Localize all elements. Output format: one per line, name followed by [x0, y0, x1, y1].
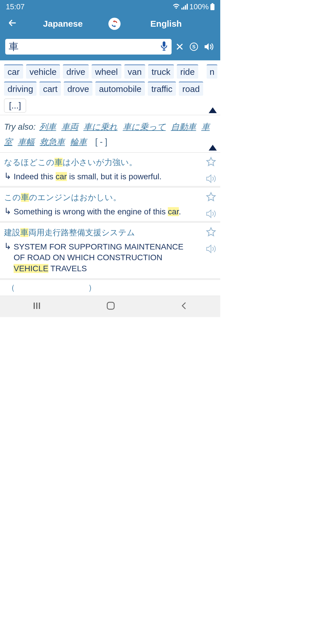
example-english: Indeed this car is small, but it is powe… [14, 171, 216, 182]
target-language[interactable]: English [121, 19, 212, 29]
wifi-icon [173, 4, 180, 10]
svg-text:S: S [192, 44, 195, 50]
collapse-icon[interactable] [209, 107, 217, 113]
status-bar: 15:07 100% [0, 0, 220, 13]
speaker-icon[interactable] [204, 42, 213, 51]
android-navbar [0, 296, 220, 317]
try-also-collapse[interactable]: [ - ] [93, 137, 107, 146]
svg-rect-4 [212, 3, 213, 4]
translation-chip[interactable]: ride [177, 64, 198, 79]
example-row-partial: （ ） [0, 280, 220, 296]
svg-rect-10 [36, 303, 37, 309]
clear-button[interactable] [176, 43, 184, 51]
more-chip[interactable]: [...] [4, 99, 26, 113]
speaker-icon[interactable] [206, 244, 216, 255]
try-also-section: Try also: 列車車両車に乗れ車に乗って自動車車室車幅救急車輪車 [ - … [0, 115, 220, 153]
example-row: なるほどこの車は小さいが力強い。↳Indeed this car is smal… [0, 153, 220, 188]
back-nav-button[interactable] [181, 302, 188, 311]
try-also-link[interactable]: 列車 [39, 122, 56, 131]
try-also-link[interactable]: 車両 [61, 122, 78, 131]
recent-apps-button[interactable] [33, 302, 41, 311]
translation-chip[interactable]: truck [148, 64, 174, 79]
translation-chip[interactable]: road [179, 82, 203, 96]
translation-chip[interactable]: cart [39, 82, 61, 96]
status-battery: 100% [190, 2, 209, 11]
try-also-link[interactable]: 救急車 [40, 137, 65, 146]
s-badge-icon[interactable]: S [190, 42, 198, 51]
signal-icon [181, 4, 188, 10]
try-also-link[interactable]: 自動車 [171, 122, 196, 131]
translation-chip[interactable]: vehicle [26, 64, 60, 79]
star-icon[interactable] [206, 157, 216, 168]
status-right: 100% [173, 2, 215, 11]
svg-rect-1 [183, 7, 184, 10]
example-japanese: この車のエンジンはおかしい。 [4, 192, 216, 203]
arrow-icon: ↳ [4, 241, 11, 251]
try-also-label: Try also: [4, 122, 36, 131]
speaker-icon[interactable] [206, 174, 216, 184]
microphone-icon[interactable] [160, 41, 168, 53]
example-english: Something is wrong with the engine of th… [14, 206, 216, 217]
try-also-link[interactable]: 車に乗れ [83, 122, 118, 131]
try-also-link[interactable]: 車に乗って [123, 122, 166, 131]
home-button[interactable] [106, 301, 115, 311]
try-also-link[interactable]: 輪車 [70, 137, 87, 146]
svg-rect-6 [163, 41, 165, 47]
translation-chip[interactable]: drive [63, 64, 89, 79]
search-box[interactable] [5, 39, 172, 55]
translation-chip[interactable]: automobile [95, 82, 145, 96]
collapse-icon[interactable] [209, 145, 217, 151]
search-input[interactable] [9, 41, 160, 53]
example-row: この車のエンジンはおかしい。↳Something is wrong with t… [0, 188, 220, 223]
app-header: Japanese English S [0, 13, 220, 60]
back-button[interactable] [5, 17, 17, 30]
example-japanese: 建設車両用走行路整備支援システム [4, 227, 216, 238]
arrow-icon: ↳ [4, 171, 11, 180]
svg-rect-2 [185, 5, 186, 10]
example-japanese: なるほどこの車は小さいが力強い。 [4, 157, 216, 168]
status-time: 15:07 [6, 2, 25, 11]
speaker-icon[interactable] [206, 209, 216, 220]
translations-section: carvehicledrivewheelvantruckridedrivingc… [0, 60, 220, 115]
example-row: 建設車両用走行路整備支援システム↳SYSTEM FOR SUPPORTING M… [0, 223, 220, 280]
swap-languages-button[interactable] [108, 18, 121, 30]
star-icon[interactable] [206, 227, 216, 238]
svg-rect-5 [210, 4, 214, 10]
pos-tag-chip[interactable]: n [207, 64, 217, 79]
try-also-link[interactable]: 車幅 [18, 137, 34, 146]
star-icon[interactable] [206, 192, 216, 203]
translation-chip[interactable]: van [124, 64, 145, 79]
translation-chip[interactable]: traffic [148, 82, 176, 96]
examples-list: なるほどこの車は小さいが力強い。↳Indeed this car is smal… [0, 153, 220, 280]
svg-rect-3 [187, 4, 188, 10]
svg-rect-0 [181, 8, 183, 10]
arrow-icon: ↳ [4, 206, 11, 216]
example-english: SYSTEM FOR SUPPORTING MAINTENANCE OF ROA… [14, 241, 216, 274]
svg-rect-11 [39, 303, 40, 309]
svg-rect-12 [107, 302, 114, 309]
svg-rect-9 [34, 303, 35, 309]
source-language[interactable]: Japanese [17, 19, 108, 29]
translation-chip[interactable]: wheel [92, 64, 121, 79]
battery-icon [210, 3, 214, 10]
translation-chip[interactable]: drove [64, 82, 92, 96]
translation-chip[interactable]: driving [4, 82, 37, 96]
translation-chip[interactable]: car [4, 64, 23, 79]
content-area: carvehicledrivewheelvantruckridedrivingc… [0, 60, 220, 296]
